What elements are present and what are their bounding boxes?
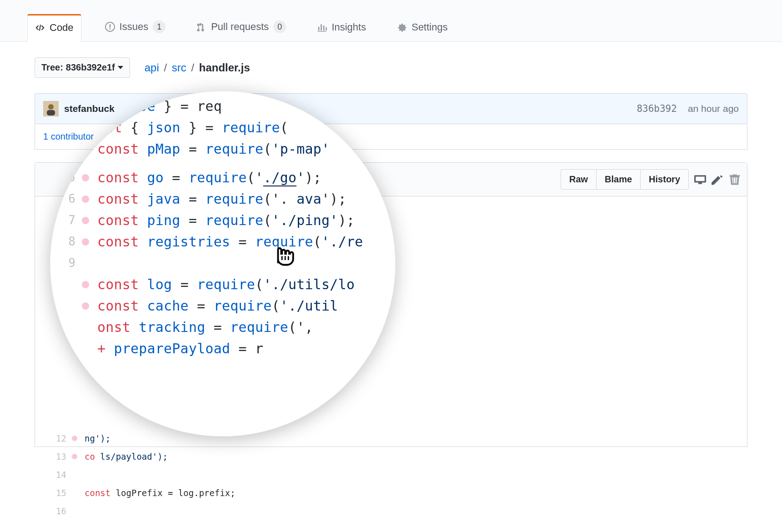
code-text: .st { json } = require( (97, 117, 288, 138)
tab-settings-label: Settings (411, 21, 448, 33)
trash-icon[interactable] (729, 174, 741, 186)
line-number: 13 (42, 447, 66, 466)
code-line: onst tracking = require(', (50, 316, 396, 338)
breadcrumb: api / src / handler.js (145, 61, 250, 74)
raw-button[interactable]: Raw (561, 169, 596, 190)
svg-rect-2 (47, 110, 55, 115)
marker-dot-icon (72, 436, 77, 441)
code-line: const log = require('./utils/lo (50, 274, 396, 295)
issues-count: 1 (153, 20, 165, 33)
code-line: 8const registries = require('./re (50, 231, 396, 252)
marker-dot-icon (72, 508, 77, 514)
commit-time: an hour ago (688, 103, 739, 114)
code-text: const java = require('. ava'); (97, 188, 346, 210)
tab-pulls-label: Pull requests (211, 21, 269, 33)
tab-settings[interactable]: Settings (390, 15, 455, 41)
code-text: const cache = require('./util (97, 295, 338, 316)
line-number: 14 (42, 466, 66, 484)
code-line: 6const java = require('. ava'); (50, 188, 396, 210)
code-line: 15const logPrefix = log.prefix; (42, 484, 236, 502)
tree-btn-sha: 836b392e1f (66, 62, 115, 73)
history-button[interactable]: History (640, 169, 689, 190)
avatar[interactable] (43, 101, 59, 116)
breadcrumb-root[interactable]: api (145, 61, 159, 74)
tab-insights[interactable]: Insights (310, 15, 373, 41)
marker-dot-icon (82, 260, 89, 267)
line-number: 16 (42, 502, 66, 520)
code-text: const log = require('./utils/lo (97, 274, 355, 295)
line-number: 15 (42, 484, 66, 502)
file-actions-group: Raw Blame History (561, 169, 689, 190)
breadcrumb-row: Tree: 836b392e1f api / src / handler.js (27, 42, 755, 78)
code-line (50, 160, 396, 167)
marker-dot-icon (82, 217, 89, 224)
code-line: const pMap = require('p-map' (50, 138, 396, 160)
marker-dot-icon (82, 238, 89, 246)
tree-select-button[interactable]: Tree: 836b392e1f (35, 57, 130, 78)
marker-dot-icon (82, 196, 89, 203)
breadcrumb-sep: / (164, 61, 167, 74)
tab-code-label: Code (50, 22, 74, 34)
code-text: + preparePayload = r (97, 338, 263, 359)
code-text: co ls/payload'); (85, 447, 168, 466)
code-line: 9 (50, 252, 396, 274)
marker-dot-icon (82, 324, 89, 331)
gear-icon (397, 22, 407, 32)
code-icon (35, 23, 45, 33)
marker-dot-icon (82, 345, 89, 352)
caret-down-icon (118, 66, 123, 69)
blame-button[interactable]: Blame (596, 169, 640, 190)
pencil-icon[interactable] (712, 174, 723, 186)
tree-btn-label: Tree: (41, 62, 63, 73)
marker-dot-icon (72, 472, 77, 477)
code-text: ng'); (85, 429, 110, 447)
code-line: 5const go = require('./go'); (50, 167, 396, 188)
tab-pull-requests[interactable]: Pull requests 0 (189, 14, 293, 41)
pull-request-icon (196, 22, 206, 32)
code-text: const go = require('./go'); (97, 167, 321, 188)
code-line: 14 (42, 466, 236, 484)
marker-dot-icon (82, 302, 89, 310)
code-text: const logPrefix = log.prefix; (85, 484, 236, 502)
desktop-icon[interactable] (694, 174, 706, 186)
tab-issues[interactable]: Issues 1 (98, 14, 173, 41)
marker-dot-icon (72, 454, 77, 459)
breadcrumb-sep: / (191, 61, 194, 74)
tab-code[interactable]: Code (27, 14, 81, 42)
tab-insights-label: Insights (331, 21, 366, 33)
graph-icon (317, 22, 327, 32)
line-number: 12 (42, 429, 66, 447)
code-text: const ping = require('./ping'); (97, 210, 355, 231)
code-line: 16 (42, 502, 236, 520)
pulls-count: 0 (273, 20, 286, 33)
code-line: 7const ping = require('./ping'); (50, 210, 396, 231)
breadcrumb-file: handler.js (199, 61, 250, 74)
code-text: onst tracking = require(', (97, 316, 313, 338)
code-lines-small: 12 ng');13co ls/payload');14 15const log… (42, 429, 236, 520)
tab-issues-label: Issues (120, 21, 149, 33)
code-text: const pMap = require('p-map' (97, 138, 330, 160)
marker-dot-icon (82, 174, 89, 181)
code-line: 13co ls/payload'); (42, 447, 236, 466)
commit-author[interactable]: stefanbuck (64, 103, 115, 114)
magnifier-lens: { parse } = req .st { json } = require(c… (50, 91, 396, 437)
code-line: const cache = require('./util (50, 295, 396, 316)
line-number: 8 (50, 231, 75, 252)
commit-sha[interactable]: 836b392 (637, 103, 677, 114)
marker-dot-icon (82, 281, 89, 288)
marker-dot-icon (72, 490, 77, 496)
breadcrumb-dir[interactable]: src (172, 61, 186, 74)
marker-dot-icon (82, 160, 89, 167)
code-text: const registries = require('./re (97, 231, 363, 252)
repo-tabbar: Code Issues 1 Pull requests 0 Insights (0, 0, 782, 42)
issue-icon (105, 22, 115, 32)
line-number: 9 (50, 252, 75, 274)
code-line: + preparePayload = r (50, 338, 396, 359)
svg-point-1 (48, 104, 54, 110)
contributors-link[interactable]: 1 contributor (43, 131, 94, 141)
